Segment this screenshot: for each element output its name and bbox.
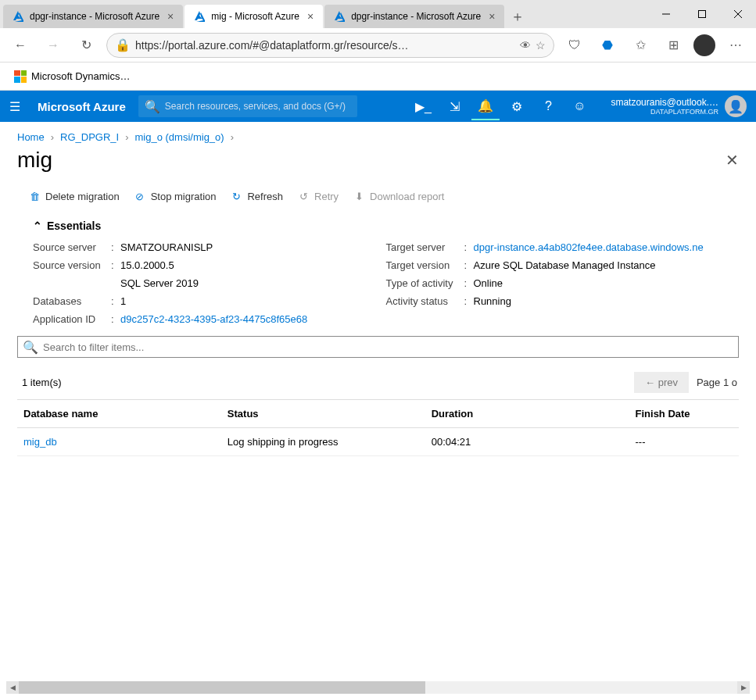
- value-databases: 1: [120, 295, 371, 307]
- azure-icon: [192, 10, 205, 23]
- retry-button: ↺Retry: [297, 190, 339, 202]
- bookmark-item[interactable]: Microsoft Dynamics…: [9, 67, 134, 86]
- filter-directories-icon[interactable]: ⇲: [440, 92, 468, 120]
- ms-logo-icon: [14, 70, 27, 83]
- chevron-right-icon: ›: [125, 131, 128, 143]
- scroll-right-icon[interactable]: ▶: [737, 681, 750, 694]
- reload-button[interactable]: ↻: [73, 33, 99, 58]
- azure-header: ☰ Microsoft Azure 🔍 ▶_ ⇲ 🔔 ⚙ ? ☺ smatzou…: [0, 91, 756, 122]
- hamburger-icon[interactable]: ☰: [9, 99, 25, 114]
- window-titlebar: dpgr-instance - Microsoft Azure × mig - …: [0, 0, 756, 28]
- bookmarks-bar: Microsoft Dynamics…: [0, 62, 756, 91]
- profile-avatar[interactable]: [693, 34, 715, 56]
- value-activity-status: Running: [474, 295, 724, 307]
- crumb-mig[interactable]: mig_o (dmsi/mig_o): [135, 131, 224, 143]
- toolbar: 🗑Delete migration ⊘Stop migration ↻Refre…: [17, 190, 739, 202]
- col-status[interactable]: Status: [221, 400, 425, 428]
- crumb-home[interactable]: Home: [17, 131, 45, 143]
- stop-migration-button[interactable]: ⊘Stop migration: [134, 190, 217, 202]
- retry-icon: ↺: [297, 190, 310, 202]
- global-search[interactable]: 🔍: [138, 95, 357, 117]
- value-source-server: SMATZOURANISLP: [120, 241, 371, 253]
- reader-icon[interactable]: 👁: [520, 39, 531, 52]
- tab-label: dpgr-instance - Microsoft Azure: [30, 11, 159, 22]
- gear-icon[interactable]: ⚙: [503, 92, 531, 120]
- url-field[interactable]: 🔒 https://portal.azure.com/#@dataplatfor…: [106, 33, 554, 58]
- user-menu[interactable]: smatzouranis@outlook.… DATAPLATFORM.GR 👤: [611, 95, 747, 117]
- cell-duration: 00:04:21: [425, 428, 629, 456]
- filter-box[interactable]: 🔍: [17, 336, 739, 358]
- tab-label: mig - Microsoft Azure: [211, 11, 299, 22]
- tab-close-icon[interactable]: ×: [487, 10, 496, 23]
- prev-page-button[interactable]: ← prev: [634, 372, 689, 393]
- cell-database-name[interactable]: mig_db: [17, 428, 221, 456]
- col-database-name[interactable]: Database name: [17, 400, 221, 428]
- brand-label[interactable]: Microsoft Azure: [38, 100, 126, 113]
- user-org: DATAPLATFORM.GR: [611, 108, 718, 116]
- value-target-server[interactable]: dpgr-instance.a4ab802fe4ee.database.wind…: [474, 241, 724, 253]
- tab-close-icon[interactable]: ×: [166, 10, 175, 23]
- value-type-activity: Online: [474, 277, 724, 289]
- breadcrumb: Home› RG_DPGR_I› mig_o (dmsi/mig_o)›: [17, 131, 739, 143]
- shield-ublock-icon[interactable]: 🛡: [562, 33, 587, 58]
- page-title: mig: [17, 148, 52, 173]
- label-databases: Databases: [33, 295, 111, 307]
- user-avatar-icon: 👤: [725, 95, 747, 117]
- label-source-version: Source version: [33, 259, 111, 271]
- col-finish-date[interactable]: Finish Date: [629, 400, 739, 428]
- close-window-button[interactable]: [720, 0, 756, 28]
- user-email: smatzouranis@outlook.…: [611, 97, 718, 108]
- scroll-left-icon[interactable]: ◀: [6, 681, 19, 694]
- value-target-version: Azure SQL Database Managed Instance: [474, 259, 724, 271]
- label-target-version: Target version: [386, 259, 464, 271]
- label-source-server: Source server: [33, 241, 111, 253]
- browser-tab-2[interactable]: mig - Microsoft Azure ×: [185, 5, 323, 28]
- download-report-button: ⬇Download report: [353, 190, 444, 202]
- cell-finish-date: ---: [629, 428, 739, 456]
- notifications-icon[interactable]: 🔔: [471, 92, 500, 120]
- refresh-icon: ↻: [230, 190, 242, 202]
- page-indicator: Page 1 o: [697, 377, 737, 388]
- horizontal-scrollbar[interactable]: ◀ ▶: [6, 681, 750, 694]
- col-duration[interactable]: Duration: [425, 400, 629, 428]
- search-icon: 🔍: [23, 340, 38, 355]
- table-row[interactable]: mig_db Log shipping in progress 00:04:21…: [17, 428, 739, 456]
- delete-migration-button[interactable]: 🗑Delete migration: [28, 190, 120, 202]
- essentials-toggle[interactable]: ⌃ Essentials: [33, 220, 739, 232]
- close-blade-button[interactable]: ✕: [726, 151, 739, 170]
- forward-button[interactable]: →: [41, 33, 66, 58]
- shield-icon[interactable]: ⬣: [595, 33, 620, 58]
- maximize-button[interactable]: [684, 0, 720, 28]
- value-source-version-2: SQL Server 2019: [120, 277, 371, 289]
- lock-icon: 🔒: [115, 38, 131, 52]
- star-icon[interactable]: ☆: [536, 39, 546, 52]
- search-icon: 🔍: [145, 99, 160, 114]
- chevron-right-icon: ›: [51, 131, 54, 143]
- tab-close-icon[interactable]: ×: [306, 10, 315, 23]
- cell-status: Log shipping in progress: [221, 428, 425, 456]
- minimize-button[interactable]: [648, 0, 684, 28]
- browser-tabs: dpgr-instance - Microsoft Azure × mig - …: [0, 0, 529, 28]
- help-icon[interactable]: ?: [534, 92, 562, 120]
- crumb-rg[interactable]: RG_DPGR_I: [60, 131, 119, 143]
- value-application-id[interactable]: d9c257c2-4323-4395-af23-4475c8f65e68: [120, 313, 371, 325]
- browser-tab-3[interactable]: dpgr-instance - Microsoft Azure ×: [324, 5, 504, 28]
- scroll-thumb[interactable]: [19, 681, 425, 694]
- feedback-icon[interactable]: ☺: [565, 92, 593, 120]
- more-icon[interactable]: ⋯: [723, 33, 748, 58]
- label-activity-status: Activity status: [386, 295, 464, 307]
- favorites-icon[interactable]: ✩: [628, 33, 653, 58]
- back-button[interactable]: ←: [8, 33, 33, 58]
- browser-tab-1[interactable]: dpgr-instance - Microsoft Azure ×: [3, 5, 183, 28]
- refresh-button[interactable]: ↻Refresh: [230, 190, 283, 202]
- search-input[interactable]: [165, 101, 351, 112]
- svg-rect-0: [699, 11, 706, 18]
- filter-input[interactable]: [43, 341, 733, 353]
- chevron-up-icon: ⌃: [33, 220, 42, 232]
- collections-icon[interactable]: ⊞: [661, 33, 686, 58]
- cloudshell-icon[interactable]: ▶_: [409, 92, 437, 120]
- new-tab-button[interactable]: ＋: [506, 5, 529, 28]
- label-application-id: Application ID: [33, 313, 111, 325]
- chevron-right-icon: ›: [231, 131, 234, 143]
- label-target-server: Target server: [386, 241, 464, 253]
